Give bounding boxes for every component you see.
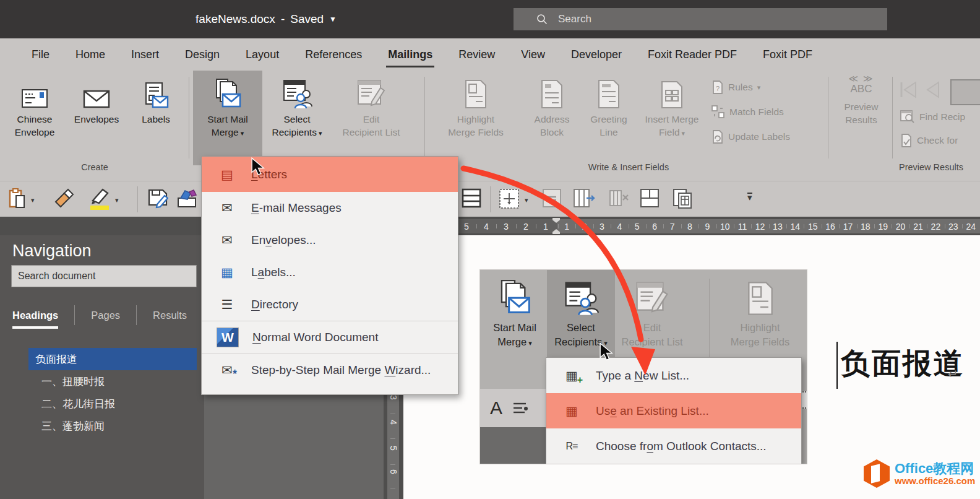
greeting-line-button[interactable]: Greeting Line bbox=[582, 74, 636, 161]
highlighter-button[interactable] bbox=[88, 188, 113, 213]
select-table-button[interactable] bbox=[499, 188, 520, 212]
heading-item[interactable]: 负面报道 bbox=[28, 348, 197, 370]
menu-item[interactable]: ▦ Use an Existing List... bbox=[546, 393, 801, 428]
menu-item-icon: ✉ bbox=[217, 363, 238, 378]
delete-columns-button[interactable] bbox=[609, 188, 630, 210]
paste-chevron-icon[interactable]: ▾ bbox=[31, 196, 35, 204]
envelopes-button[interactable]: Envelopes bbox=[66, 74, 127, 161]
horizontal-ruler[interactable]: 54321 1234567891011121314151617181920212… bbox=[0, 217, 980, 235]
highlight-merge-fields-button[interactable]: Highlight Merge Fields bbox=[431, 74, 521, 161]
ribbon-tab[interactable]: Developer bbox=[558, 38, 635, 71]
inset-start-mail-merge-button[interactable]: Start Mail Merge bbox=[484, 275, 546, 384]
match-fields-button[interactable]: Match Fields bbox=[711, 105, 784, 119]
menu-item[interactable]: R≡ Choose from Outlook Contacts... bbox=[546, 428, 801, 464]
table-borders-button[interactable] bbox=[462, 188, 481, 210]
menu-item[interactable]: ▤ Letters bbox=[202, 157, 458, 192]
find-recipient-button[interactable]: Find Recip bbox=[900, 110, 965, 124]
ribbon-tab[interactable]: Foxit Reader PDF bbox=[635, 38, 750, 71]
tab-headings[interactable]: Headings bbox=[12, 310, 58, 321]
label: Labels bbox=[142, 113, 170, 126]
create-group-label: Create bbox=[5, 162, 184, 172]
record-number-field[interactable] bbox=[950, 79, 980, 105]
check-for-errors-button[interactable]: Check for bbox=[900, 134, 958, 147]
chevron-down-icon[interactable]: ▼ bbox=[329, 15, 337, 24]
menu-item[interactable]: ✉ Envelopes... bbox=[202, 224, 458, 256]
select-recipients-icon bbox=[563, 275, 599, 316]
label: Address bbox=[535, 113, 570, 126]
insert-merge-field-button[interactable]: Insert Merge Field bbox=[637, 74, 707, 161]
group-separator bbox=[892, 77, 893, 158]
edit-recipient-list-icon bbox=[356, 74, 387, 109]
save-status: Saved bbox=[290, 12, 324, 26]
rules-button[interactable]: ? Rules bbox=[711, 80, 760, 94]
list-icon[interactable] bbox=[512, 401, 528, 415]
edit-recipient-list-button[interactable]: Edit Recipient List bbox=[330, 74, 412, 161]
check-errors-icon bbox=[900, 134, 913, 147]
toolbar-separator bbox=[137, 186, 138, 212]
previous-record-button[interactable] bbox=[923, 80, 942, 102]
nav-search-box[interactable] bbox=[11, 265, 197, 287]
menu-item[interactable]: ▦ Type a New List... bbox=[546, 358, 801, 393]
paragraph-mark: ↵ bbox=[948, 367, 958, 381]
preview-results-button[interactable]: ≪ ≫ ABC Preview Results bbox=[834, 74, 888, 126]
menu-item[interactable]: ▦ Labels... bbox=[202, 256, 458, 289]
ribbon-tab-bar: FileHomeInsertDesignLayoutReferencesMail… bbox=[0, 38, 980, 71]
write-insert-group-label: Write & Insert Fields bbox=[431, 162, 827, 172]
copy-table-button[interactable] bbox=[672, 188, 694, 212]
menu-item[interactable]: ☰ Directory bbox=[202, 289, 458, 321]
select-table-chevron-icon[interactable]: ▾ bbox=[525, 196, 528, 204]
insert-column-button[interactable] bbox=[573, 188, 595, 210]
paste-button[interactable] bbox=[9, 188, 26, 212]
ribbon-tab[interactable]: Design bbox=[172, 38, 233, 71]
label: Envelope bbox=[15, 126, 55, 139]
labels-button[interactable]: Labels bbox=[129, 74, 183, 161]
menu-item-label: Type a New List... bbox=[596, 369, 689, 383]
menu-item-label: Step-by-Step Mail Merge Wizard... bbox=[251, 363, 431, 377]
menu-item[interactable]: ✉ Step-by-Step Mail Merge Wizard... bbox=[202, 354, 458, 386]
font-a-icon[interactable]: A bbox=[490, 397, 502, 419]
ribbon-collapse-icon[interactable]: ▾ bbox=[747, 193, 752, 201]
ribbon-tab[interactable]: Home bbox=[62, 38, 118, 71]
search-input[interactable] bbox=[557, 12, 807, 26]
ribbon-tab[interactable]: References bbox=[292, 38, 375, 71]
ribbon-tab[interactable]: Layout bbox=[233, 38, 292, 71]
title-bar: fakeNews.docx - Saved ▼ bbox=[0, 0, 980, 38]
tab-pages[interactable]: Pages bbox=[91, 310, 120, 321]
heading-item[interactable]: 二、花儿街日报 bbox=[28, 393, 197, 415]
label: Highlight bbox=[457, 113, 494, 126]
ribbon-tab[interactable]: Mailings bbox=[375, 38, 445, 71]
title-dash: - bbox=[281, 12, 285, 26]
document-heading-text[interactable]: 负面报道 bbox=[841, 344, 965, 383]
start-mail-merge-button[interactable]: Start Mail Merge bbox=[193, 71, 262, 165]
document-title[interactable]: fakeNews.docx - Saved ▼ bbox=[0, 0, 532, 38]
menu-item[interactable]: W Normal Word Document bbox=[202, 321, 458, 354]
3d-model-button[interactable] bbox=[176, 188, 198, 212]
highlighter-chevron-icon[interactable]: ▾ bbox=[115, 196, 119, 204]
label: Insert Merge bbox=[645, 113, 698, 126]
search-bar[interactable] bbox=[514, 8, 887, 30]
label: Edit bbox=[363, 113, 380, 126]
heading-item[interactable]: 一、扭腰时报 bbox=[28, 370, 197, 393]
first-record-button[interactable] bbox=[898, 80, 919, 102]
select-recipients-button[interactable]: Select Recipients bbox=[265, 74, 329, 161]
address-block-button[interactable]: Address Block bbox=[523, 74, 580, 161]
split-table-button[interactable] bbox=[640, 188, 660, 210]
ribbon-tab[interactable]: Foxit PDF bbox=[750, 38, 825, 71]
ribbon-tab[interactable]: Insert bbox=[118, 38, 172, 71]
update-labels-button[interactable]: Update Labels bbox=[711, 130, 790, 144]
find-recipient-icon bbox=[900, 110, 915, 124]
form-field-button[interactable] bbox=[147, 188, 168, 212]
ribbon-tab[interactable]: View bbox=[508, 38, 558, 71]
ribbon-tab[interactable]: File bbox=[19, 38, 62, 71]
heading-item[interactable]: 三、蓬勃新闻 bbox=[28, 415, 197, 437]
document-name: fakeNews.docx bbox=[196, 12, 275, 26]
label: Field bbox=[659, 126, 685, 140]
menu-item[interactable]: ✉ E-mail Messages bbox=[202, 192, 458, 224]
menu-item-icon: ▦ bbox=[561, 368, 582, 383]
ribbon-tab[interactable]: Review bbox=[445, 38, 508, 71]
format-painter-button[interactable] bbox=[53, 188, 74, 210]
chinese-envelope-button[interactable]: Chinese Envelope bbox=[5, 74, 64, 161]
tab-results[interactable]: Results bbox=[153, 310, 187, 321]
nav-search-input[interactable] bbox=[12, 266, 196, 287]
align-center-button[interactable] bbox=[542, 188, 562, 210]
